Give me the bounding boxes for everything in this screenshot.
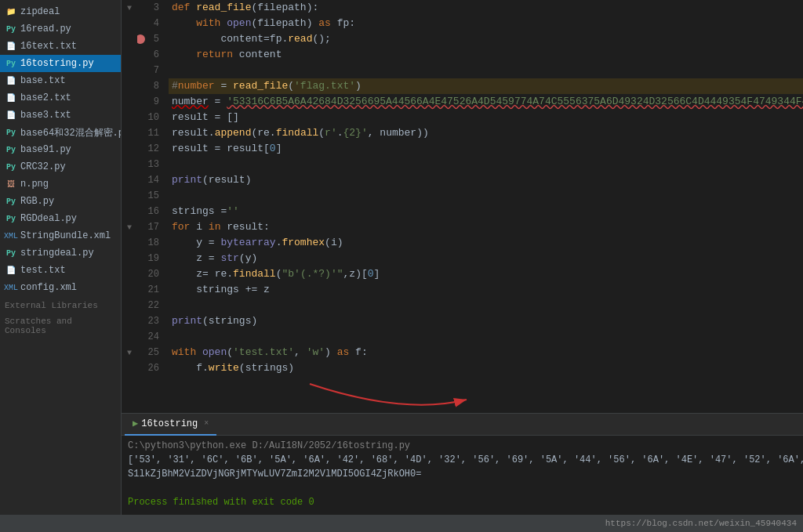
run-icon: ▶ — [133, 418, 138, 429]
console-line-3 — [128, 481, 797, 495]
code-line-11: result.append(re.findall(r'.{2}', number… — [169, 125, 803, 141]
sidebar-label-config: config.xml — [20, 282, 77, 293]
bottom-tab-16tostring[interactable]: ▶ 16tostring × — [125, 414, 216, 436]
line-num-14: 14 — [137, 172, 162, 188]
line-num-18: 18 — [137, 235, 162, 251]
line-num-10: 10 — [137, 110, 162, 125]
line-num-16: 16 — [137, 204, 162, 219]
sidebar-label-stringbundle: StringBundle.xml — [20, 230, 111, 241]
code-line-10: result = [] — [169, 110, 803, 125]
line-num-24: 24 — [137, 329, 162, 345]
code-line-14: print(result) — [169, 172, 803, 188]
sidebar-item-16text[interactable]: 📄 16text.txt — [0, 38, 121, 55]
sidebar-item-base91[interactable]: Py base91.py — [0, 141, 121, 158]
line-num-7: 7 — [137, 63, 162, 78]
sidebar-item-crc32[interactable]: Py CRC32.py — [0, 158, 121, 176]
code-line-25: with open('test.txt', 'w') as f: — [169, 345, 803, 360]
sidebar-label-test: test.txt — [20, 265, 66, 276]
gutter-24 — [122, 329, 137, 345]
code-line-24 — [169, 329, 803, 345]
py-icon: Py — [5, 195, 17, 208]
code-line-4: with open(filepath) as fp: — [169, 16, 803, 31]
line-num-15: 15 — [137, 188, 162, 204]
fold-icon-3[interactable]: ▼ — [122, 0, 137, 16]
line-num-9: 9 — [137, 94, 162, 110]
sidebar-item-16tostring[interactable]: Py 16tostring.py — [0, 55, 121, 72]
line-num-5: 5 — [137, 31, 162, 47]
console-line-2: S1lkZjBhM2ViZDVjNGRjMTYwLUV7ZmI2M2VlMDI5… — [128, 467, 797, 481]
sidebar-item-base2[interactable]: 📄 base2.txt — [0, 89, 121, 107]
status-right: https://blog.csdn.net/weixin_45940434 — [605, 519, 797, 528]
line-num-17: 17 — [137, 219, 162, 235]
sidebar-label-rgb: RGB.py — [20, 196, 54, 207]
console-output[interactable]: C:\python3\python.exe D:/AuI18N/2052/16t… — [122, 436, 803, 515]
xml-icon: XML — [5, 281, 17, 294]
gutter-18 — [122, 235, 137, 251]
sidebar-item-base[interactable]: 📄 base.txt — [0, 72, 121, 89]
sidebar-label-base: base.txt — [20, 75, 66, 86]
gutter-10 — [122, 110, 137, 125]
code-container: ▼ ▼ — [122, 0, 803, 413]
line-num-22: 22 — [137, 298, 162, 313]
sidebar-item-stringbundle[interactable]: XML StringBundle.xml — [0, 227, 121, 244]
sidebar-item-16read[interactable]: Py 16read.py — [0, 20, 121, 38]
gutter-4 — [122, 16, 137, 31]
status-url[interactable]: https://blog.csdn.net/weixin_45940434 — [605, 519, 797, 528]
code-line-18: y = bytearray.fromhex(i) — [169, 235, 803, 251]
scratches-label[interactable]: Scratches and Consoles — [0, 312, 121, 337]
py-icon: Py — [5, 161, 17, 173]
sidebar: 📁 zipdeal Py 16read.py 📄 16text.txt Py 1… — [0, 0, 122, 515]
code-line-23: print(strings) — [169, 313, 803, 329]
bottom-tab-label: 16tostring — [141, 418, 198, 429]
console-line-0: C:\python3\python.exe D:/AuI18N/2052/16t… — [128, 439, 797, 453]
sidebar-item-rgddeal[interactable]: Py RGDdeal.py — [0, 210, 121, 227]
code-line-7 — [169, 63, 803, 78]
code-line-3: def read_file(filepath): — [169, 0, 803, 16]
sidebar-label-16read: 16read.py — [20, 24, 71, 34]
gutter-23 — [122, 313, 137, 329]
code-line-6: return content — [169, 47, 803, 63]
line-num-12: 12 — [137, 141, 162, 157]
gutter-9 — [122, 94, 137, 110]
code-line-22 — [169, 298, 803, 313]
gutter-22 — [122, 298, 137, 313]
external-libraries-label[interactable]: External Libraries — [0, 296, 121, 312]
sidebar-label-16tostring: 16tostring.py — [20, 58, 94, 69]
sidebar-label-16text: 16text.txt — [20, 41, 77, 52]
code-line-16: strings ='' — [169, 204, 803, 219]
py-icon: Py — [5, 247, 17, 259]
bottom-tab-close[interactable]: × — [204, 419, 209, 428]
sidebar-item-npng[interactable]: 🖼 n.png — [0, 176, 121, 193]
sidebar-item-test[interactable]: 📄 test.txt — [0, 262, 121, 279]
line-num-20: 20 — [137, 266, 162, 282]
xml-icon: XML — [5, 230, 17, 242]
sidebar-label-rgddeal: RGDdeal.py — [20, 213, 77, 224]
py-icon: Py — [5, 126, 17, 139]
sidebar-item-rgb[interactable]: Py RGB.py — [0, 193, 121, 210]
sidebar-item-stringdeal[interactable]: Py stringdeal.py — [0, 244, 121, 262]
fold-icon-25[interactable]: ▼ — [122, 345, 137, 360]
status-bar: https://blog.csdn.net/weixin_45940434 — [0, 515, 803, 532]
line-num-25: 25 — [137, 345, 162, 360]
code-line-20: z= re.findall("b'(.*?)'",z)[0] — [169, 266, 803, 282]
code-line-17: for i in result: — [169, 219, 803, 235]
gutter-12 — [122, 141, 137, 157]
code-line-9: number = '53316C6B5A6A42684D3256695A4456… — [169, 94, 803, 110]
sidebar-item-config[interactable]: XML config.xml — [0, 279, 121, 296]
gutter-16 — [122, 204, 137, 219]
sidebar-item-zipdeal[interactable]: 📁 zipdeal — [0, 3, 121, 20]
code-line-12: result = result[0] — [169, 141, 803, 157]
fold-icon-17[interactable]: ▼ — [122, 219, 137, 235]
line-num-26: 26 — [137, 360, 162, 376]
line-numbers: 3 4 5 6 7 8 9 10 11 12 13 14 15 16 17 18… — [137, 0, 169, 413]
sidebar-label-base91: base91.py — [20, 144, 71, 155]
line-num-8: 8 — [137, 78, 162, 94]
sidebar-item-base3[interactable]: 📄 base3.txt — [0, 107, 121, 124]
editor-area: ▼ ▼ — [122, 0, 803, 515]
gutter-21 — [122, 282, 137, 298]
console-line-4: Process finished with exit code 0 — [128, 495, 797, 509]
code-content[interactable]: def read_file(filepath): with open(filep… — [169, 0, 803, 413]
sidebar-item-base64[interactable]: Py base64和32混合解密.py — [0, 124, 121, 141]
gutter-7 — [122, 63, 137, 78]
gutter-area: ▼ ▼ — [122, 0, 137, 413]
